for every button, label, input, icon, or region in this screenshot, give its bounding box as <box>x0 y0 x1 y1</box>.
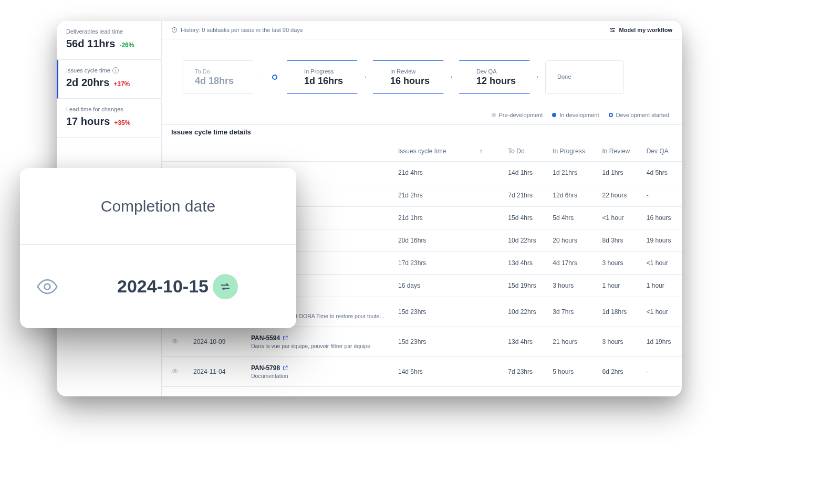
row-todo: 15d 19hrs <box>503 275 547 297</box>
row-devqa: <1 hour <box>641 252 682 275</box>
workflow-row: To Do4d 18hrsIn Progress1d 16hrsIn Revie… <box>162 39 682 112</box>
row-eye-cell[interactable] <box>162 357 188 387</box>
workflow-stage-dev-qa[interactable]: Dev QA12 hours <box>459 60 538 94</box>
stage-label: In Progress <box>304 68 353 75</box>
row-inreview: 8d 3hrs <box>597 229 641 252</box>
row-todo: 14d 1hrs <box>503 162 547 184</box>
col-in-review[interactable]: In Review <box>597 141 641 162</box>
info-icon[interactable]: i <box>112 67 119 74</box>
eye-icon[interactable] <box>172 338 178 344</box>
workflow-stage-in-progress[interactable]: In Progress1d 16hrs <box>287 60 366 94</box>
stage-value: 1d 16hrs <box>304 76 353 87</box>
row-devqa: 1 hour <box>641 275 682 297</box>
row-devqa: 16 hours <box>641 207 682 229</box>
row-inreview: 1 hour <box>597 275 641 297</box>
workflow-stage-done[interactable]: Done <box>545 60 624 94</box>
metric-box-0[interactable]: Deliverables lead time56d 11hrs-26% <box>57 21 161 60</box>
eye-icon[interactable] <box>172 368 178 374</box>
external-link-icon[interactable] <box>282 365 288 371</box>
svg-point-7 <box>174 370 176 372</box>
metric-value: 2d 20hrs <box>66 77 109 89</box>
row-devqa: - <box>641 357 682 387</box>
workflow-stage-to-do[interactable]: To Do4d 18hrs <box>183 60 262 94</box>
issue-description: Documentation <box>251 373 388 379</box>
legend-row: Pre-development In development Developme… <box>162 112 682 124</box>
sliders-icon <box>609 26 616 34</box>
row-date: 2024-11-04 <box>188 357 246 387</box>
model-workflow-button[interactable]: Model my workflow <box>609 26 672 34</box>
row-devqa: <1 hour <box>641 297 682 327</box>
row-cycle: 15d 23hrs <box>393 297 503 327</box>
stage-value: 16 hours <box>390 76 440 87</box>
row-inprogress: 20 hours <box>547 229 597 252</box>
ring-icon <box>609 113 613 117</box>
legend-pre-development: Pre-development <box>492 112 543 118</box>
col-issue[interactable] <box>246 141 393 162</box>
metric-label: Issues cycle timei <box>66 67 153 74</box>
legend-development-started: Development started <box>609 112 670 118</box>
col-dev-qa[interactable]: Dev QA <box>641 141 682 162</box>
row-devqa: 19 hours <box>641 229 682 252</box>
row-inreview: 6d 2hrs <box>597 357 641 387</box>
history-text: History: 0 subtasks per issue in the las… <box>181 27 303 33</box>
row-issue: PAN-5798 Documentation <box>246 357 393 387</box>
header-strip: History: 0 subtasks per issue in the las… <box>162 21 682 39</box>
issue-key[interactable]: PAN-5798 <box>251 364 388 372</box>
row-cycle: 15d 23hrs <box>393 327 503 357</box>
row-todo: 13d 4hrs <box>503 327 547 357</box>
svg-point-3 <box>611 28 612 29</box>
stage-value: 12 hours <box>476 76 526 87</box>
stage-label: To Do <box>195 68 249 75</box>
row-inprogress: 1d 21hrs <box>547 162 597 184</box>
col-completion-date[interactable] <box>188 141 246 162</box>
row-cycle: 21d 4hrs <box>393 162 503 184</box>
stage-value: 4d 18hrs <box>195 76 249 87</box>
row-inprogress: 5 hours <box>547 357 597 387</box>
model-workflow-label: Model my workflow <box>619 27 672 33</box>
development-start-dot <box>272 75 277 80</box>
stage-label: Dev QA <box>476 68 526 75</box>
col-eye[interactable] <box>162 141 188 162</box>
col-in-progress[interactable]: In Progress <box>547 141 597 162</box>
history-icon <box>171 27 178 33</box>
sort-asc-icon: ↑ <box>480 148 483 155</box>
row-inprogress: 5d 4hrs <box>547 207 597 229</box>
row-inprogress: 21 hours <box>547 327 597 357</box>
stage-label: In Review <box>390 68 440 75</box>
col-issues-cycle-time[interactable]: Issues cycle time ↑ <box>393 141 503 162</box>
table-row[interactable]: 2024-11-04PAN-5798 Documentation14d 6hrs… <box>162 357 682 387</box>
popover-date-value: 2024-10-15 <box>75 274 280 299</box>
row-inprogress: 3 hours <box>547 275 597 297</box>
workflow-stage-in-review[interactable]: In Review16 hours <box>373 60 452 94</box>
metric-box-2[interactable]: Lead time for changes17 hours+35% <box>57 99 161 138</box>
row-inreview: 3 hours <box>597 327 641 357</box>
row-inreview: 1d 18hrs <box>597 297 641 327</box>
metric-label: Lead time for changes <box>66 106 153 112</box>
metric-delta: +37% <box>113 80 130 88</box>
row-cycle: 17d 23hrs <box>393 252 503 275</box>
external-link-icon[interactable] <box>282 335 288 341</box>
dot-icon <box>492 113 496 117</box>
popover-title: Completion date <box>20 168 296 245</box>
completion-date-popover: Completion date 2024-10-15 <box>20 168 296 328</box>
svg-point-8 <box>45 284 50 289</box>
metric-box-1[interactable]: Issues cycle timei2d 20hrs+37% <box>57 60 161 99</box>
row-cycle: 16 days <box>393 275 503 297</box>
row-date: 2024-10-09 <box>188 327 246 357</box>
row-inreview: <1 hour <box>597 207 641 229</box>
table-row[interactable]: 2024-10-09PAN-5594 Dans la vue par équip… <box>162 327 682 357</box>
issue-key[interactable]: PAN-5594 <box>251 334 388 342</box>
dot-icon <box>552 113 556 117</box>
row-todo: 13d 4hrs <box>503 252 547 275</box>
row-eye-cell[interactable] <box>162 327 188 357</box>
row-inprogress: 4d 17hrs <box>547 252 597 275</box>
row-inreview: 3 hours <box>597 252 641 275</box>
metric-value: 17 hours <box>66 116 110 128</box>
row-inprogress: 3d 7hrs <box>547 297 597 327</box>
col-to-do[interactable]: To Do <box>503 141 547 162</box>
stage-label: Done <box>557 74 612 80</box>
row-devqa: 4d 5hrs <box>641 162 682 184</box>
swap-icon[interactable] <box>213 274 238 299</box>
svg-point-4 <box>612 30 613 32</box>
metric-label: Deliverables lead time <box>66 28 153 35</box>
